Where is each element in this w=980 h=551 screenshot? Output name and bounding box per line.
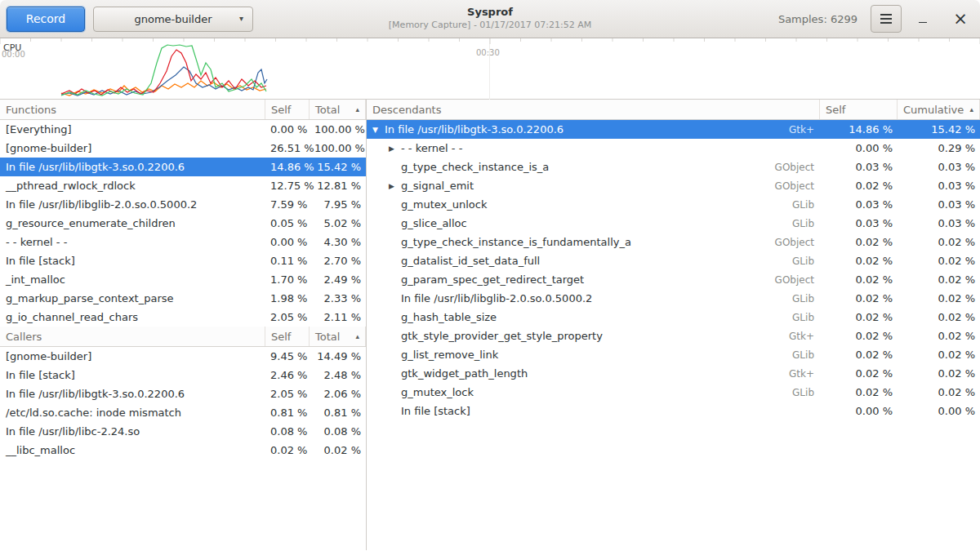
descendants-row[interactable]: g_list_remove_linkGLib0.02 %0.02 % xyxy=(367,345,980,364)
library-tag: GLib xyxy=(784,293,814,304)
functions-row[interactable]: g_markup_parse_context_parse1.98 %2.33 % xyxy=(0,289,366,308)
descendants-row[interactable]: gtk_widget_path_lengthGtk+0.02 %0.02 % xyxy=(367,364,980,383)
function-name: g_resource_enumerate_children xyxy=(6,217,176,229)
callers-row[interactable]: /etc/ld.so.cache: inode mismatch0.81 %0.… xyxy=(0,403,366,422)
descendants-table-header: Descendants Self Cumulative ▴ xyxy=(367,100,980,120)
name-cell: ▶g_signal_emitGObject xyxy=(367,180,820,192)
self-percent: 2.46 % xyxy=(265,369,310,381)
column-header-functions[interactable]: Functions xyxy=(0,100,265,119)
sysprof-window: Record gnome-builder ▾ Sysprof [Memory C… xyxy=(0,0,980,551)
samples-count: Samples: 6299 xyxy=(778,13,858,25)
cumulative-percent: 0.03 % xyxy=(898,198,980,211)
menu-button[interactable] xyxy=(871,5,902,33)
self-percent: 1.70 % xyxy=(265,273,310,286)
column-header-self[interactable]: Self xyxy=(265,100,310,119)
name-cell: In file /usr/lib/libgtk-3.so.0.2200.6 xyxy=(0,161,265,173)
expander-collapsed-icon[interactable]: ▶ xyxy=(389,182,401,190)
function-name: gtk_style_provider_get_style_property xyxy=(401,330,603,342)
library-tag: GLib xyxy=(784,218,814,229)
column-header-descendants[interactable]: Descendants xyxy=(367,100,820,119)
minimize-button[interactable] xyxy=(910,6,936,32)
cpu-graph-panel[interactable]: CPU 00:00 00:30 xyxy=(0,38,980,100)
name-cell: In file [stack] xyxy=(367,405,820,417)
callers-row[interactable]: [gnome-builder]9.45 %14.49 % xyxy=(0,347,366,366)
library-tag: Gtk+ xyxy=(781,124,814,136)
name-cell: g_type_check_instance_is_fundamentally_a… xyxy=(367,236,820,248)
self-percent: 0.08 % xyxy=(265,425,310,438)
descendants-row[interactable]: ▶- - kernel - -0.00 %0.29 % xyxy=(367,139,980,158)
functions-table-header: Functions Self Total ▴ xyxy=(0,100,366,120)
total-percent: 12.81 % xyxy=(310,180,366,192)
expander-collapsed-icon[interactable]: ▶ xyxy=(389,144,401,153)
descendants-row[interactable]: g_type_check_instance_is_fundamentally_a… xyxy=(367,233,980,251)
function-name: g_datalist_id_set_data_full xyxy=(401,255,540,267)
left-pane: Functions Self Total ▴ [Everything]0.00 … xyxy=(0,100,367,550)
library-tag: GLib xyxy=(784,387,814,398)
cumulative-percent: 0.02 % xyxy=(898,330,980,342)
functions-row[interactable]: _int_malloc1.70 %2.49 % xyxy=(0,270,366,289)
functions-row[interactable]: [gnome-builder]26.51 %100.00 % xyxy=(0,139,366,158)
functions-row[interactable]: __pthread_rwlock_rdlock12.75 %12.81 % xyxy=(0,176,366,195)
self-percent: 2.05 % xyxy=(265,388,310,400)
callers-row[interactable]: In file /usr/lib/libgtk-3.so.0.2200.62.0… xyxy=(0,384,366,403)
self-percent: 0.02 % xyxy=(820,330,898,342)
column-header-callers[interactable]: Callers xyxy=(0,327,265,346)
descendants-row[interactable]: g_mutex_lockGLib0.02 %0.02 % xyxy=(367,383,980,402)
functions-row[interactable]: In file /usr/lib/libglib-2.0.so.0.5000.2… xyxy=(0,195,366,214)
descendants-row[interactable]: In file /usr/lib/libglib-2.0.so.0.5000.2… xyxy=(367,289,980,308)
function-name: In file /usr/lib/libgtk-3.so.0.2200.6 xyxy=(6,388,185,400)
expander-expanded-icon[interactable]: ▼ xyxy=(372,126,385,134)
descendants-row[interactable]: ▶g_signal_emitGObject0.02 %0.03 % xyxy=(367,176,980,195)
callers-row[interactable]: In file [stack]2.46 %2.48 % xyxy=(0,366,366,384)
descendants-row[interactable]: In file [stack]0.00 %0.00 % xyxy=(367,402,980,420)
column-header-self[interactable]: Self xyxy=(265,327,310,346)
column-header-self[interactable]: Self xyxy=(820,100,898,119)
descendants-row[interactable]: g_type_check_instance_is_aGObject0.03 %0… xyxy=(367,158,980,176)
functions-row[interactable]: g_resource_enumerate_children0.05 %5.02 … xyxy=(0,214,366,233)
functions-row[interactable]: In file /usr/lib/libgtk-3.so.0.2200.614.… xyxy=(0,158,366,176)
self-percent: 0.00 % xyxy=(265,236,310,248)
total-percent: 7.95 % xyxy=(310,198,366,211)
self-percent: 1.98 % xyxy=(265,292,310,304)
name-cell: gtk_widget_path_lengthGtk+ xyxy=(367,367,820,380)
descendants-row[interactable]: gtk_style_provider_get_style_propertyGtk… xyxy=(367,327,980,345)
column-header-total[interactable]: Total ▴ xyxy=(310,100,366,119)
self-percent: 0.02 % xyxy=(820,311,898,323)
self-percent: 0.02 % xyxy=(820,349,898,361)
sort-indicator-icon: ▴ xyxy=(355,332,359,340)
callers-row[interactable]: __libc_malloc0.02 %0.02 % xyxy=(0,441,366,460)
cumulative-percent: 0.02 % xyxy=(898,273,980,286)
functions-row[interactable]: In file [stack]0.11 %2.70 % xyxy=(0,251,366,270)
process-selector[interactable]: gnome-builder ▾ xyxy=(93,7,253,32)
functions-row[interactable]: - - kernel - -0.00 %4.30 % xyxy=(0,233,366,251)
functions-row[interactable]: g_io_channel_read_chars2.05 %2.11 % xyxy=(0,308,366,327)
sort-indicator-icon: ▴ xyxy=(355,105,359,113)
column-header-total[interactable]: Total ▴ xyxy=(310,327,366,346)
descendants-row[interactable]: g_mutex_unlockGLib0.03 %0.03 % xyxy=(367,195,980,214)
close-button[interactable]: × xyxy=(947,6,973,32)
total-percent: 2.70 % xyxy=(310,255,366,267)
total-percent: 2.49 % xyxy=(310,273,366,286)
self-percent: 0.02 % xyxy=(820,236,898,248)
descendants-row[interactable]: ▼In file /usr/lib/libgtk-3.so.0.2200.6Gt… xyxy=(367,120,980,139)
descendants-row[interactable]: g_slice_allocGLib0.03 %0.03 % xyxy=(367,214,980,233)
column-header-cumulative[interactable]: Cumulative ▴ xyxy=(898,100,980,119)
self-percent: 0.05 % xyxy=(265,217,310,229)
function-name: In file [stack] xyxy=(6,255,75,267)
functions-row[interactable]: [Everything]0.00 %100.00 % xyxy=(0,120,366,139)
total-percent: 2.48 % xyxy=(310,369,366,381)
self-percent: 0.00 % xyxy=(820,142,898,154)
name-cell: g_io_channel_read_chars xyxy=(0,311,265,323)
function-name: _int_malloc xyxy=(6,273,65,286)
record-button[interactable]: Record xyxy=(7,7,85,32)
functions-table: [Everything]0.00 %100.00 %[gnome-builder… xyxy=(0,120,366,327)
callers-row[interactable]: In file /usr/lib/libc-2.24.so0.08 %0.08 … xyxy=(0,422,366,441)
descendants-row[interactable]: g_datalist_id_set_data_fullGLib0.02 %0.0… xyxy=(367,251,980,270)
self-percent: 0.02 % xyxy=(820,255,898,267)
name-cell: In file [stack] xyxy=(0,255,265,267)
library-tag: GObject xyxy=(767,274,814,286)
descendants-row[interactable]: g_hash_table_sizeGLib0.02 %0.02 % xyxy=(367,308,980,327)
cumulative-percent: 0.03 % xyxy=(898,161,980,173)
descendants-row[interactable]: g_param_spec_get_redirect_targetGObject0… xyxy=(367,270,980,289)
column-header-total-label: Total xyxy=(315,331,340,343)
